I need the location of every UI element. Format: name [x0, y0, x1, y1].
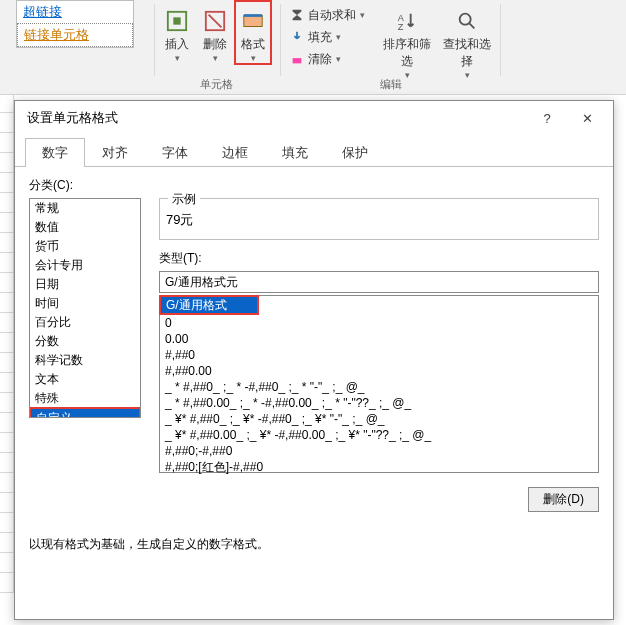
category-item[interactable]: 日期	[30, 275, 140, 294]
category-item[interactable]: 分数	[30, 332, 140, 351]
insert-cells-icon	[166, 10, 188, 32]
editing-group-label: 编辑	[286, 77, 496, 92]
sheet-gridlines	[0, 93, 14, 625]
sigma-icon	[290, 8, 304, 22]
eraser-icon	[290, 52, 304, 66]
format-cells-button[interactable]: 格式 ▾	[234, 0, 272, 65]
format-cells-icon	[242, 10, 264, 32]
chevron-down-icon: ▾	[336, 54, 341, 64]
close-icon: ✕	[582, 111, 593, 126]
svg-line-10	[469, 23, 475, 29]
ribbon: 超链接 链接单元格 插入 ▾ 删除 ▾ 格式 ▾ 单元格 自动求和 ▾ 填充	[0, 0, 626, 95]
tab-alignment[interactable]: 对齐	[85, 138, 145, 167]
search-icon	[456, 10, 478, 32]
delete-cells-button[interactable]: 删除 ▾	[196, 0, 234, 63]
dialog-title: 设置单元格格式	[27, 109, 118, 127]
category-item[interactable]: 科学记数	[30, 351, 140, 370]
type-list-item[interactable]: 0.00	[160, 331, 598, 347]
svg-line-3	[209, 15, 222, 28]
help-button[interactable]: ?	[527, 104, 567, 132]
category-item[interactable]: 数值	[30, 218, 140, 237]
chevron-down-icon: ▾	[336, 32, 341, 42]
chevron-down-icon: ▾	[196, 53, 234, 63]
svg-rect-4	[244, 16, 262, 27]
svg-text:Z: Z	[398, 22, 404, 32]
format-cells-dialog: 设置单元格格式 ? ✕ 数字 对齐 字体 边框 填充 保护 分类(C): 常规 …	[14, 100, 614, 620]
type-input[interactable]	[159, 271, 599, 293]
type-list-item[interactable]: #,##0;[红色]-#,##0	[160, 459, 598, 475]
sample-value: 79元	[166, 203, 592, 229]
type-list-item[interactable]: 0	[160, 315, 598, 331]
type-list-item[interactable]: _ * #,##0.00_ ;_ * -#,##0.00_ ;_ * "-"??…	[160, 395, 598, 411]
category-listbox[interactable]: 常规 数值 货币 会计专用 日期 时间 百分比 分数 科学记数 文本 特殊 自定…	[29, 198, 141, 418]
category-label: 分类(C):	[29, 177, 599, 194]
ribbon-divider	[154, 4, 155, 76]
type-list-item[interactable]: #,##0	[160, 347, 598, 363]
tab-number[interactable]: 数字	[25, 138, 85, 167]
tab-font[interactable]: 字体	[145, 138, 205, 167]
svg-rect-1	[173, 17, 180, 24]
help-icon: ?	[543, 111, 550, 126]
chevron-down-icon: ▾	[158, 53, 196, 63]
type-list-item[interactable]: _ ¥* #,##0_ ;_ ¥* -#,##0_ ;_ ¥* "-"_ ;_ …	[160, 411, 598, 427]
delete-cells-icon	[204, 10, 226, 32]
ribbon-divider	[280, 4, 281, 76]
clear-button[interactable]: 清除 ▾	[286, 48, 376, 70]
delete-format-button[interactable]: 删除(D)	[528, 487, 599, 512]
chevron-down-icon: ▾	[236, 53, 270, 63]
type-list-item[interactable]: _ ¥* #,##0.00_ ;_ ¥* -#,##0.00_ ;_ ¥* "-…	[160, 427, 598, 443]
dialog-tabs: 数字 对齐 字体 边框 填充 保护	[15, 137, 613, 167]
type-list-item[interactable]: G/通用格式	[161, 297, 257, 313]
hyperlink-style-list[interactable]: 超链接 链接单元格	[16, 0, 134, 48]
sample-label: 示例	[168, 191, 200, 208]
sort-filter-button[interactable]: AZ 排序和筛选 ▾	[378, 0, 436, 80]
cells-group-label: 单元格	[158, 77, 274, 92]
tab-fill[interactable]: 填充	[265, 138, 325, 167]
type-list-item[interactable]: _ * #,##0_ ;_ * -#,##0_ ;_ * "-"_ ;_ @_	[160, 379, 598, 395]
find-select-button[interactable]: 查找和选择 ▾	[438, 0, 496, 80]
insert-cells-button[interactable]: 插入 ▾	[158, 0, 196, 63]
category-item[interactable]: 百分比	[30, 313, 140, 332]
category-item[interactable]: 常规	[30, 199, 140, 218]
ribbon-divider	[500, 4, 501, 76]
tab-protection[interactable]: 保护	[325, 138, 385, 167]
type-label: 类型(T):	[159, 250, 599, 267]
category-item[interactable]: 文本	[30, 370, 140, 389]
hyperlink-style-item[interactable]: 超链接	[17, 1, 133, 23]
type-list-item[interactable]: #,##0;-#,##0	[160, 443, 598, 459]
category-item[interactable]: 货币	[30, 237, 140, 256]
svg-rect-6	[293, 58, 302, 63]
close-button[interactable]: ✕	[567, 104, 607, 132]
linked-cell-style-item[interactable]: 链接单元格	[17, 23, 133, 47]
sample-groupbox: 示例 79元	[159, 198, 599, 240]
tab-border[interactable]: 边框	[205, 138, 265, 167]
fill-button[interactable]: 填充 ▾	[286, 26, 376, 48]
type-listbox[interactable]: G/通用格式 0 0.00 #,##0 #,##0.00 _ * #,##0_ …	[159, 295, 599, 473]
fill-down-icon	[290, 30, 304, 44]
sort-icon: AZ	[396, 10, 418, 32]
chevron-down-icon: ▾	[360, 10, 365, 20]
dialog-titlebar: 设置单元格格式 ? ✕	[15, 101, 613, 135]
footer-note: 以现有格式为基础，生成自定义的数字格式。	[29, 536, 599, 553]
category-item[interactable]: 时间	[30, 294, 140, 313]
category-item[interactable]: 会计专用	[30, 256, 140, 275]
type-list-item[interactable]: #,##0.00	[160, 363, 598, 379]
autosum-button[interactable]: 自动求和 ▾	[286, 4, 376, 26]
category-item[interactable]: 特殊	[30, 389, 140, 408]
category-item-custom[interactable]: 自定义	[31, 409, 139, 418]
